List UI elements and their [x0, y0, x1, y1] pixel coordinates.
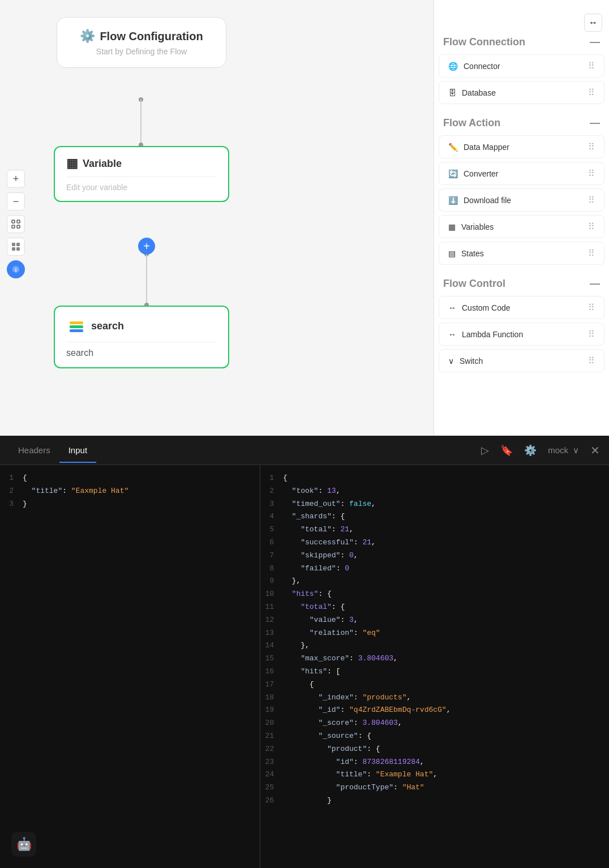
- variables-icon: ▦: [448, 222, 456, 231]
- code-line-r8: 8 "failed": 0: [260, 562, 609, 575]
- sidebar-item-download-file[interactable]: ⬇️ Download file ⠿: [439, 188, 604, 212]
- sidebar-item-variables[interactable]: ▦ Variables ⠿: [439, 215, 604, 238]
- collapse-connection-icon[interactable]: —: [590, 36, 600, 48]
- code-line-r15: 15 "max_score": 3.804603,: [260, 652, 609, 665]
- states-icon: ▤: [448, 249, 456, 258]
- sidebar-item-connector[interactable]: 🌐 Connector ⠿: [439, 54, 604, 78]
- custom-code-icon: ↔: [448, 303, 456, 312]
- code-line-r19: 19 "_id": "q4ZrdZABEbmDq-rvd6cG",: [260, 704, 609, 717]
- converter-icon: 🔄: [448, 169, 458, 178]
- variable-divider: [66, 177, 217, 177]
- variable-node-title: ▦ Variable: [66, 156, 217, 171]
- drag-handle-converter[interactable]: ⠿: [588, 168, 595, 179]
- code-line-r5: 5 "total": 21,: [260, 523, 609, 536]
- close-button[interactable]: ✕: [590, 444, 600, 457]
- sidebar-item-custom-code[interactable]: ↔ Custom Code ⠿: [439, 296, 604, 319]
- search-divider: [66, 342, 217, 342]
- connector-icon: 🌐: [448, 62, 458, 71]
- info-button[interactable]: i: [7, 260, 25, 278]
- code-line-r13: 13 "relation": "eq": [260, 627, 609, 640]
- flow-control-header: Flow Control —: [434, 273, 609, 294]
- arrows-icon: ↔: [589, 18, 598, 28]
- tab-input[interactable]: Input: [59, 437, 96, 463]
- grid-button[interactable]: [7, 238, 25, 256]
- code-line-r26: 26 }: [260, 794, 609, 807]
- download-icon: ⬇️: [448, 196, 458, 205]
- code-line-r7: 7 "skipped": 0,: [260, 549, 609, 562]
- sidebar-item-database[interactable]: 🗄 Database ⠿: [439, 81, 604, 104]
- collapse-action-icon[interactable]: —: [590, 117, 600, 129]
- sidebar-item-switch[interactable]: ∨ Switch ⠿: [439, 349, 604, 372]
- drag-handle-download[interactable]: ⠿: [588, 195, 595, 205]
- output-editor[interactable]: 1 { 2 "took": 13, 3 "timed_out": false, …: [260, 465, 609, 868]
- database-icon: 🗄: [448, 88, 456, 97]
- bookmark-button[interactable]: 🔖: [500, 444, 513, 457]
- lambda-icon: ↔: [448, 330, 456, 339]
- svg-rect-10: [12, 247, 15, 251]
- drag-handle-database[interactable]: ⠿: [588, 87, 595, 98]
- tab-actions: ▷ 🔖 ⚙️ mock ∨ ✕: [481, 444, 600, 457]
- sidebar-item-converter[interactable]: 🔄 Converter ⠿: [439, 162, 604, 185]
- chevron-down-icon: ∨: [573, 445, 579, 456]
- drag-handle-custom-code[interactable]: ⠿: [588, 302, 595, 313]
- drag-handle-connector[interactable]: ⠿: [588, 61, 595, 71]
- play-button[interactable]: ▷: [481, 444, 489, 457]
- variable-subtitle: Edit your variable: [66, 183, 217, 192]
- data-mapper-icon: ✏️: [448, 143, 458, 152]
- search-subtitle: search: [66, 348, 217, 358]
- code-editors: 1 { 2 "title": "Eaxmple Hat" 3 } 1 { 2 "…: [0, 465, 609, 868]
- code-line-r22: 22 "product": {: [260, 743, 609, 756]
- settings-button[interactable]: ⚙️: [524, 444, 537, 457]
- search-node-title: search: [66, 316, 217, 336]
- svg-rect-1: [70, 321, 83, 324]
- sidebar: ↔ Flow Connection — 🌐 Connector ⠿ 🗄 Data…: [434, 0, 609, 436]
- drag-handle-states[interactable]: ⠿: [588, 248, 595, 259]
- zoom-in-button[interactable]: +: [7, 170, 25, 188]
- code-line-left-1: 1 {: [0, 472, 260, 485]
- sidebar-item-states[interactable]: ▤ States ⠿: [439, 242, 604, 265]
- tab-headers[interactable]: Headers: [9, 437, 59, 463]
- flow-config-subtitle: Start by Defining the Flow: [96, 47, 187, 56]
- search-node-icon: [66, 316, 87, 336]
- code-line-r1: 1 {: [260, 472, 609, 485]
- code-line-r12: 12 "value": 3,: [260, 614, 609, 627]
- canvas-area: ⚙️ Flow Configuration Start by Defining …: [0, 0, 434, 436]
- drag-handle-switch[interactable]: ⠿: [588, 355, 595, 366]
- svg-rect-5: [17, 220, 20, 223]
- code-line-r21: 21 "_source": {: [260, 730, 609, 743]
- main-container: ⚙️ Flow Configuration Start by Defining …: [0, 0, 609, 436]
- code-line-r6: 6 "successful": 21,: [260, 536, 609, 549]
- drag-handle-data-mapper[interactable]: ⠿: [588, 141, 595, 152]
- add-node-button[interactable]: +: [138, 238, 155, 255]
- svg-rect-11: [16, 247, 20, 251]
- code-line-r10: 10 "hits": {: [260, 588, 609, 601]
- code-line-r9: 9 },: [260, 575, 609, 588]
- bot-icon-button[interactable]: 🤖: [11, 832, 36, 857]
- search-node[interactable]: search search: [54, 306, 229, 368]
- bottom-tabs-bar: Headers Input ▷ 🔖 ⚙️ mock ∨ ✕: [0, 436, 609, 465]
- code-line-left-3: 3 }: [0, 498, 260, 511]
- svg-rect-4: [12, 220, 15, 223]
- svg-rect-8: [12, 243, 15, 246]
- svg-rect-7: [17, 225, 20, 228]
- fit-view-button[interactable]: [7, 215, 25, 233]
- sidebar-item-data-mapper[interactable]: ✏️ Data Mapper ⠿: [439, 135, 604, 158]
- flow-config-node[interactable]: ⚙️ Flow Configuration Start by Defining …: [57, 17, 226, 68]
- sidebar-toggle-button[interactable]: ↔: [584, 14, 602, 32]
- connector-line-2: [146, 253, 147, 304]
- collapse-control-icon[interactable]: —: [590, 278, 600, 290]
- input-editor[interactable]: 1 { 2 "title": "Eaxmple Hat" 3 }: [0, 465, 260, 868]
- code-line-left-2: 2 "title": "Eaxmple Hat": [0, 485, 260, 498]
- flow-connection-header: Flow Connection —: [434, 32, 609, 53]
- code-line-r2: 2 "took": 13,: [260, 485, 609, 498]
- zoom-out-button[interactable]: −: [7, 192, 25, 210]
- variable-node[interactable]: ▦ Variable Edit your variable: [54, 146, 229, 202]
- code-line-r24: 24 "title": "Example Hat",: [260, 768, 609, 781]
- drag-handle-variables[interactable]: ⠿: [588, 221, 595, 232]
- drag-handle-lambda[interactable]: ⠿: [588, 329, 595, 340]
- svg-rect-3: [70, 329, 83, 332]
- svg-rect-6: [12, 225, 15, 228]
- code-line-r4: 4 "_shards": {: [260, 510, 609, 523]
- mock-selector[interactable]: mock ∨: [548, 445, 579, 456]
- sidebar-item-lambda[interactable]: ↔ Lambda Function ⠿: [439, 323, 604, 346]
